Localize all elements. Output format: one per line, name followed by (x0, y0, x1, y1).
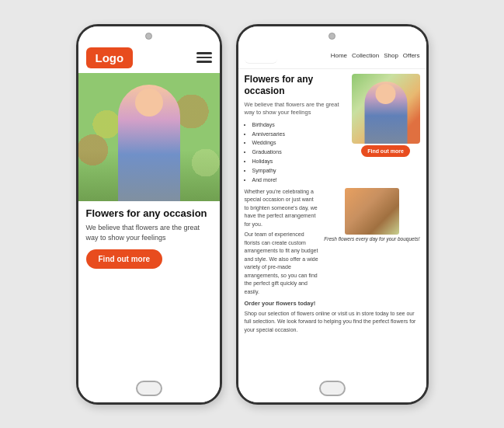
left-logo: Logo (86, 47, 134, 68)
right-occasions-list: Birthdays Anniversaries Weddings Graduat… (245, 120, 347, 185)
right-screen: Logo Home Collection Shop Offers Flowers… (238, 43, 426, 374)
right-headline-col: Flowers for any occasion We believe that… (245, 74, 347, 185)
left-phone: Logo Flowers for any occasion We believe… (76, 24, 222, 405)
home-button-left[interactable] (136, 381, 162, 396)
nav-link-offers[interactable]: Offers (403, 52, 420, 59)
right-bottom-bar (238, 374, 426, 402)
left-bottom-bar (78, 374, 220, 402)
list-item: Birthdays (252, 120, 347, 130)
nav-link-collection[interactable]: Collection (352, 52, 379, 59)
right-body-text: Our team of experienced florists can cre… (245, 231, 320, 296)
right-main-content: Flowers for any occasion We believe that… (238, 69, 426, 374)
right-phone: Logo Home Collection Shop Offers Flowers… (236, 24, 429, 405)
hero-person-left (118, 85, 180, 201)
camera-dot-right (328, 33, 335, 40)
left-top-bar (78, 26, 220, 43)
nav-link-home[interactable]: Home (331, 52, 347, 59)
left-content: Flowers for any occasion We believe that… (78, 201, 220, 374)
right-bottom: Order your flowers today! Shop our selec… (245, 299, 420, 334)
list-item: And more! (252, 176, 347, 185)
right-nav-links: Home Collection Shop Offers (282, 52, 419, 59)
list-item: Sympathy (252, 166, 347, 176)
right-mid-text: Whether you're celebrating a special occ… (245, 188, 320, 229)
right-mid-left: Whether you're celebrating a special occ… (245, 188, 320, 297)
right-nav: Logo Home Collection Shop Offers (238, 43, 426, 69)
list-item: Graduations (252, 148, 347, 157)
nav-link-shop[interactable]: Shop (384, 52, 398, 59)
order-text: Shop our selection of flowers online or … (245, 310, 420, 335)
right-find-out-button[interactable]: Find out more (361, 145, 410, 157)
right-top-row: Flowers for any occasion We believe that… (245, 74, 420, 185)
right-hero-col: Find out more (352, 74, 420, 157)
right-headline: Flowers for any occasion (245, 74, 347, 98)
order-title: Order your flowers today! (245, 299, 420, 308)
right-small-img-col: Fresh flowers every day for your bouquet… (324, 188, 419, 242)
hamburger-icon[interactable] (196, 52, 212, 63)
list-item: Holidays (252, 157, 347, 166)
home-button-right[interactable] (319, 381, 346, 396)
right-mid-row: Whether you're celebrating a special occ… (245, 188, 420, 297)
right-person (364, 82, 407, 144)
right-hero-image (352, 74, 420, 144)
left-hero-image (78, 73, 220, 201)
right-logo: Logo (245, 47, 278, 64)
right-small-img-caption: Fresh flowers every day for your bouquet… (324, 236, 419, 242)
right-subtext: We believe that flowers are the great wa… (245, 101, 347, 117)
right-small-image (345, 188, 399, 235)
find-out-more-button[interactable]: Find out more (86, 249, 163, 269)
list-item: Weddings (252, 138, 347, 148)
left-screen: Logo Flowers for any occasion We believe… (78, 43, 220, 374)
left-headline: Flowers for any occasion (86, 207, 212, 221)
right-top-bar (238, 26, 426, 43)
left-subtext: We believe that flowers are the great wa… (86, 223, 212, 242)
left-nav: Logo (78, 43, 220, 73)
list-item: Anniversaries (252, 130, 347, 139)
camera-dot (145, 33, 152, 40)
